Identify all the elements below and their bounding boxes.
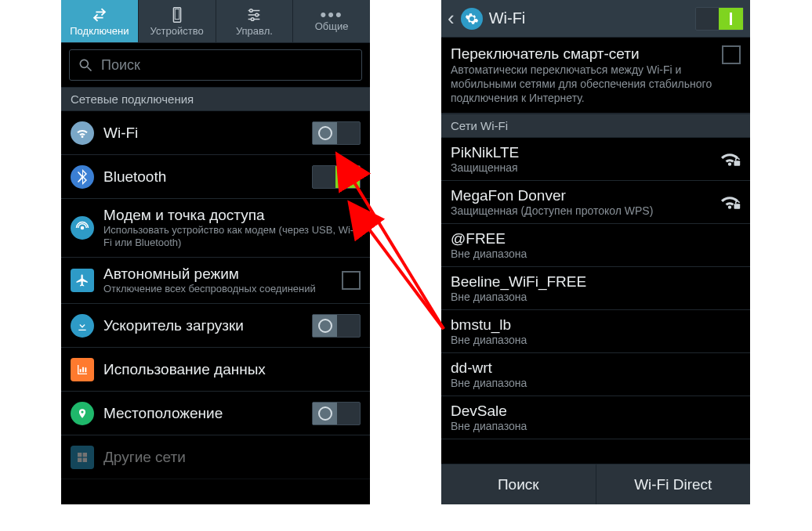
network-name: PikNikLTE — [451, 144, 711, 161]
row-sub: Использовать устройство как модем (через… — [103, 224, 361, 249]
settings-gear-icon — [461, 8, 483, 30]
svg-rect-12 — [83, 453, 87, 457]
bottom-bar: Поиск Wi-Fi Direct — [441, 464, 750, 504]
smart-title: Переключатель смарт-сети — [451, 45, 714, 63]
swap-icon — [91, 6, 108, 23]
row-wifi[interactable]: Wi-Fi — [61, 111, 370, 155]
row-title: Модем и точка доступа — [103, 207, 361, 224]
sliders-icon — [245, 6, 263, 23]
svg-rect-1 — [175, 9, 179, 19]
network-row[interactable]: MegaFon DonverЗащищенная (Доступен прото… — [441, 181, 750, 224]
row-tethering[interactable]: Модем и точка доступа Использовать устро… — [61, 199, 370, 258]
network-name: dd-wrt — [451, 359, 741, 377]
chart-icon — [71, 358, 94, 381]
smart-checkbox[interactable] — [722, 45, 741, 64]
svg-rect-15 — [734, 161, 741, 166]
svg-point-8 — [80, 60, 88, 67]
row-bluetooth[interactable]: Bluetooth — [61, 155, 370, 199]
network-name: MegaFon Donver — [451, 187, 711, 204]
bluetooth-toggle[interactable] — [312, 165, 361, 189]
wifi-icon — [71, 121, 94, 145]
network-status: Вне диапазона — [451, 247, 741, 260]
network-row[interactable]: Beeline_WiFi_FREEВне диапазона — [441, 267, 750, 310]
row-title: Wi-Fi — [103, 125, 303, 142]
smart-network-switch[interactable]: Переключатель смарт-сети Автоматически п… — [441, 38, 750, 114]
search-input[interactable]: Поиск — [69, 49, 362, 81]
svg-rect-14 — [83, 457, 87, 461]
airplane-icon — [71, 269, 94, 292]
network-list: PikNikLTEЗащищеннаяMegaFon DonverЗащищен… — [441, 138, 750, 439]
wifi-signal-lock-icon — [719, 193, 741, 211]
network-status: Вне диапазона — [451, 291, 741, 303]
network-name: DevSale — [451, 403, 741, 420]
row-location[interactable]: Местоположение — [61, 392, 370, 435]
tab-label: Устройство — [150, 25, 204, 37]
row-title: Bluetooth — [103, 168, 303, 186]
svg-point-6 — [256, 13, 259, 16]
wifi-master-toggle[interactable] — [695, 7, 744, 31]
row-download-booster[interactable]: Ускоритель загрузки — [61, 304, 370, 348]
wifi-signal-lock-icon — [719, 150, 741, 168]
airplane-checkbox[interactable] — [342, 271, 361, 290]
header-title: Wi-Fi — [489, 9, 689, 27]
row-title: Автономный режим — [103, 266, 332, 283]
back-button[interactable]: ‹ — [448, 6, 455, 31]
wifi-header: ‹ Wi-Fi — [441, 0, 750, 38]
network-status: Вне диапазона — [451, 377, 741, 389]
network-status: Вне диапазона — [451, 420, 741, 432]
network-name: bmstu_lb — [451, 316, 741, 334]
svg-line-9 — [88, 67, 92, 71]
svg-rect-13 — [78, 457, 82, 461]
search-placeholder: Поиск — [101, 57, 140, 74]
top-tabs: Подключени Устройство Управл. ••• Общие — [61, 0, 370, 43]
tab-general[interactable]: ••• Общие — [293, 0, 370, 42]
more-icon: ••• — [321, 11, 343, 19]
wifi-screen: ‹ Wi-Fi Переключатель смарт-сети Автомат… — [441, 0, 750, 504]
svg-rect-11 — [78, 453, 82, 457]
booster-toggle[interactable] — [312, 314, 361, 338]
wifi-direct-button[interactable]: Wi-Fi Direct — [596, 464, 751, 504]
scan-button[interactable]: Поиск — [441, 464, 596, 504]
svg-point-7 — [252, 17, 255, 20]
row-title: Использование данных — [103, 361, 361, 378]
network-name: @FREE — [451, 230, 741, 247]
settings-screen: Подключени Устройство Управл. ••• Общие … — [61, 0, 370, 504]
section-wifi-networks: Сети Wi-Fi — [441, 114, 750, 138]
network-row[interactable]: DevSaleВне диапазона — [441, 396, 750, 439]
section-network-connections: Сетевые подключения — [61, 87, 370, 111]
search-icon — [78, 57, 93, 73]
row-sub: Отключение всех беспроводных соединений — [103, 283, 332, 295]
row-data-usage[interactable]: Использование данных — [61, 348, 370, 392]
svg-point-10 — [81, 226, 85, 230]
network-row[interactable]: bmstu_lbВне диапазона — [441, 310, 750, 353]
row-title: Другие сети — [103, 449, 361, 466]
network-status: Защищенная — [451, 161, 711, 174]
network-status: Защищенная (Доступен протокол WPS) — [451, 204, 711, 217]
wifi-toggle[interactable] — [312, 121, 361, 145]
row-other-networks[interactable]: Другие сети — [61, 435, 370, 479]
tab-label: Управл. — [236, 25, 273, 37]
tab-connections[interactable]: Подключени — [61, 0, 139, 42]
row-airplane[interactable]: Автономный режим Отключение всех беспров… — [61, 258, 370, 304]
tab-controls[interactable]: Управл. — [216, 0, 294, 42]
row-title: Местоположение — [103, 405, 303, 422]
network-row[interactable]: @FREEВне диапазона — [441, 224, 750, 267]
tab-label: Общие — [315, 20, 349, 32]
svg-rect-16 — [734, 204, 741, 209]
location-toggle[interactable] — [312, 402, 361, 425]
download-icon — [71, 314, 94, 338]
more-networks-icon — [71, 446, 94, 469]
phone-icon — [169, 6, 186, 23]
svg-point-5 — [250, 9, 253, 12]
network-status: Вне диапазона — [451, 334, 741, 346]
network-name: Beeline_WiFi_FREE — [451, 273, 741, 291]
search-wrap: Поиск — [61, 43, 370, 87]
network-row[interactable]: dd-wrtВне диапазона — [441, 353, 750, 396]
row-title: Ускоритель загрузки — [103, 317, 303, 334]
tab-label: Подключени — [70, 25, 129, 37]
tab-device[interactable]: Устройство — [139, 0, 216, 42]
network-row[interactable]: PikNikLTEЗащищенная — [441, 138, 750, 181]
location-icon — [71, 402, 94, 425]
bluetooth-icon — [71, 165, 94, 189]
smart-sub: Автоматически переключаться между Wi-Fi … — [451, 63, 714, 105]
